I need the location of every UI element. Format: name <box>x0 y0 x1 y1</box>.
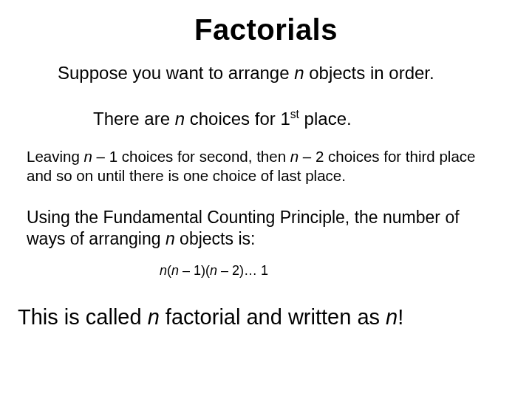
text: objects is: <box>175 229 256 248</box>
text: Leaving <box>27 148 84 165</box>
slide-title: Factorials <box>27 13 505 47</box>
text: Suppose you want to arrange <box>58 63 294 83</box>
final-line: This is called n factorial and written a… <box>18 305 505 330</box>
text: – 2)… 1 <box>217 263 268 278</box>
var-n: n <box>294 63 304 83</box>
using-line: Using the Fundamental Counting Principle… <box>27 207 498 250</box>
there-line: There are n choices for 1st place. <box>93 109 505 129</box>
formula-line: n(n – 1)(n – 2)… 1 <box>160 263 505 279</box>
text: place. <box>299 109 352 129</box>
text: – 1)( <box>179 263 210 278</box>
var-n: n <box>148 305 160 329</box>
text: There are <box>93 109 175 129</box>
var-n: n <box>175 109 185 129</box>
var-n: n <box>386 305 398 329</box>
var-n: n <box>171 263 179 278</box>
text: factorial and written as <box>160 305 386 329</box>
text: This is called <box>18 305 148 329</box>
var-n: n <box>166 229 175 248</box>
var-n: n <box>290 148 299 165</box>
text: objects in order. <box>304 63 434 83</box>
text: ! <box>398 305 403 329</box>
var-n: n <box>84 148 92 165</box>
text: – 1 choices for second, then <box>92 148 290 165</box>
suppose-line: Suppose you want to arrange n objects in… <box>58 63 505 83</box>
var-n: n <box>210 263 217 278</box>
ordinal-sup: st <box>290 108 299 120</box>
var-n: n <box>160 263 167 278</box>
leaving-line: Leaving n – 1 choices for second, then n… <box>27 147 498 185</box>
text: choices for 1 <box>185 109 290 129</box>
